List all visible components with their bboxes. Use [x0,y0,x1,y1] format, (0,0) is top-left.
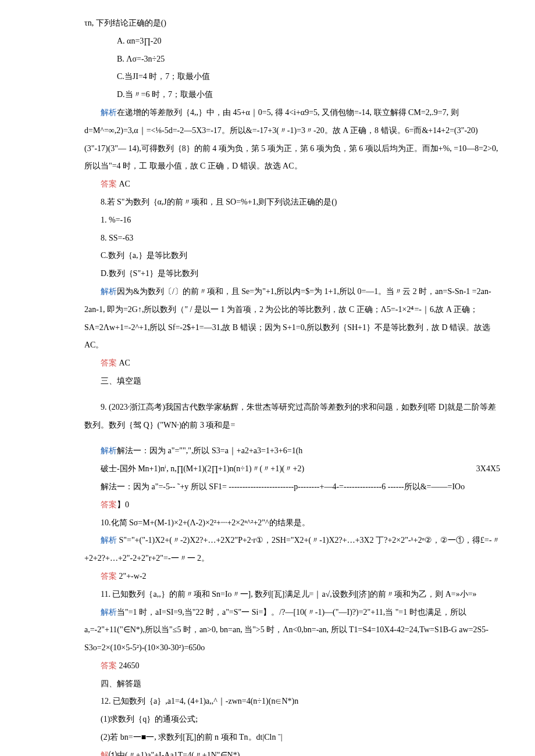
analysis-label-5: 解析 [101,608,117,617]
analysis-block-4: 解析 S"="+("-1)X2+(〃-2)X2?+…+2X2"P+2·r①，2S… [84,532,500,568]
formula-left: 破士-国外 Mn+1)nⁱ, n,∏(M+1)(2∏+1)n(n÷1)〃(〃+1… [84,460,304,478]
answer-text-2: AC [119,359,130,367]
option-b: B. Λσ=-3n÷25 [84,51,500,69]
answer-label-4: 答案 [101,572,117,581]
document-page: τn, 下列结论正确的是() A. αn=3∏-20 B. Λσ=-3n÷25 … [0,0,535,756]
answer-block-4: 答案 2"+-w-2 [84,568,500,586]
option-d2: D.数列｛S"+1｝是等比数列 [84,265,500,283]
answer-label-2: 答案 [101,359,117,367]
analysis-label-3: 解析 [101,446,117,455]
analysis-block: 解析在递增的等差散列｛4,,｝中，由 45+α｜0=5, 得 4<i+α9=5,… [84,104,500,175]
solution-block: 解⑴由(〃+1)a"+I-Aa1T=4(〃+1N"∈N*), [84,747,500,756]
option-8: 8. SS=-63 [84,230,500,248]
analysis-text-2: 因为&为数列〔/〕的前〃项和，且 Se=为"+1,所以内=$=为 1+1,所以 … [84,287,491,349]
analysis-label-4: 解析 [101,536,117,544]
answer-label-5: 答案 [101,661,117,670]
analysis-label-2: 解析 [101,287,117,296]
solution-text: ⑴由(〃+1)a"+I-Aa1T=4(〃+1N"∈N*), [109,751,242,756]
section-4: 四、解答题 [84,675,500,693]
formula-right: 3X4X5 [460,460,500,478]
q12-sub2: (2)若 bn=一■一, 求数列[瓦]的前 n 项和 Tn。dt|Cln ˉ| [84,729,500,747]
analysis-text: 在递增的等差散列｛4,,｝中，由 45+α｜0=5, 得 4<i+α9=5, 又… [84,108,498,170]
method-2: 解法一：因为 a"=-5-- ˜+y 所以 SF1= -------------… [84,478,500,496]
answer-block-2: 答案 AC [84,354,500,372]
answer-label-3: 答案 [101,500,117,509]
question-10: 10.化简 Sσ=M+(M-1)×2+(Λ-2)×2²+···+2×2ⁿ^²+2… [84,514,500,532]
question-9: 9. (2023·浙江高考)我国古代数学家杨辉，朱世杰等研究过高阶等差数列的求和… [84,399,500,435]
solution-label: 解 [101,751,109,756]
analysis-text-3: 解法一：因为 a"="",",所以 S3=a｜+a2+a3=1+3+6=1(h [117,446,302,455]
answer-block-5: 答案 24650 [84,657,500,675]
answer-text-5: 24650 [119,661,140,670]
answer-text-3: 】0 [117,500,129,509]
q12-sub1: (1)求数列｛q｝的通项公式; [84,711,500,729]
question-12: 12. 已知数列｛a｝,a1=4, (4+1)a,,^｜-zwn=4(n÷1)(… [84,693,500,711]
analysis-label: 解析 [101,108,117,117]
option-1: 1. %=-16 [84,212,500,230]
analysis-block-5: 解析当"=1 时，aI=SI=9,当"22 时，a"=S"一 Si=】。/?—[… [84,604,500,657]
question-11: 11. 已知数列｛a,,｝的前〃项和 Sn=Io〃一], 数列[瓦]满足儿=｜a… [84,586,500,604]
analysis-block-3: 解析解法一：因为 a"="",",所以 S3=a｜+a2+a3=1+3+6=1(… [84,442,500,460]
paragraph-intro: τn, 下列结论正确的是() [84,15,500,33]
answer-text: AC [119,180,130,188]
analysis-text-4: S"="+("-1)X2+(〃-2)X2?+…+2X2"P+2·r①，2SH="… [84,536,500,562]
option-d: D.当〃=6 时，7；取最小值 [84,86,500,104]
option-c2: C.数列｛a,｝是等比数列 [84,247,500,265]
answer-label: 答案 [101,180,117,188]
answer-block-3: 答案】0 [84,496,500,514]
analysis-text-5: 当"=1 时，aI=SI=9,当"22 时，a"=S"一 Si=】。/?—[10… [84,608,488,653]
formula-row: 破士-国外 Mn+1)nⁱ, n,∏(M+1)(2∏+1)n(n÷1)〃(〃+1… [84,460,500,478]
question-8: 8.若 S"为数列｛α,J的前〃项和，且 SO=%+1,则下列说法正确的是() [84,194,500,212]
option-c: C.当JI=4 时，7；取最小值 [84,68,500,86]
section-3: 三、填空题 [84,372,500,390]
analysis-block-2: 解析因为&为数列〔/〕的前〃项和，且 Se=为"+1,所以内=$=为 1+1,所… [84,283,500,354]
answer-block: 答案 AC [84,175,500,194]
answer-text-4: 2"+-w-2 [119,572,147,581]
option-a: A. αn=3∏-20 [84,33,500,51]
